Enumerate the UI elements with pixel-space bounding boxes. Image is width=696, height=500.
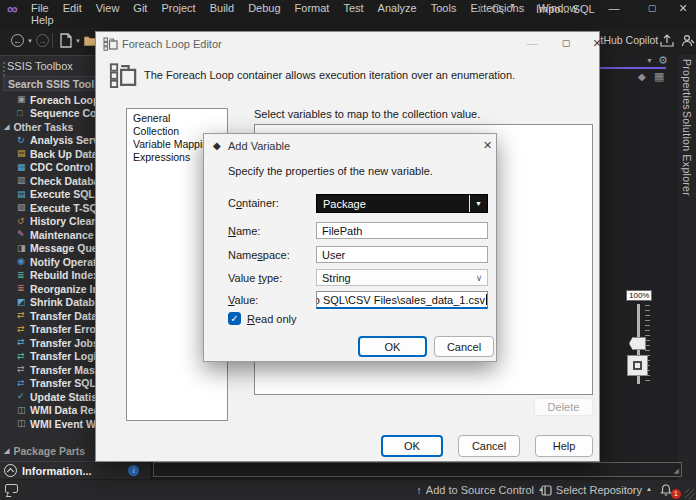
menu-item[interactable]: Project xyxy=(154,0,202,15)
new-item-icon[interactable] xyxy=(60,33,72,48)
variables-grid-icon[interactable]: ▦ xyxy=(654,70,664,83)
status-bar: ↑ Add to Source Control ▲ Select Reposit… xyxy=(0,480,696,500)
read-only-label: Read only xyxy=(247,313,297,325)
container-dropdown[interactable]: Package ▼ xyxy=(316,194,488,213)
addvar-ok-button[interactable]: OK xyxy=(358,336,427,357)
read-only-checkbox[interactable] xyxy=(228,312,241,325)
task-icon: ⇄ xyxy=(17,379,30,388)
task-icon: ↻ xyxy=(17,136,30,145)
value-type-dropdown[interactable]: String ∨ xyxy=(316,269,488,286)
name-field[interactable]: FilePath xyxy=(316,222,488,239)
dialog-close-button[interactable]: ✕ xyxy=(589,35,605,51)
zoom-percentage-label: 100% xyxy=(626,290,652,301)
task-icon: ▧ xyxy=(17,203,30,212)
fit-to-window-button[interactable] xyxy=(627,355,648,376)
dialog-title: Foreach Loop Editor xyxy=(122,38,222,50)
close-button[interactable]: ✕ xyxy=(672,0,694,17)
information-expander[interactable]: Information... i xyxy=(0,461,150,479)
dialog-description: The Foreach Loop container allows execut… xyxy=(144,69,515,81)
maximize-button[interactable]: ▢ xyxy=(641,0,663,17)
side-tab[interactable]: Solution Explorer xyxy=(681,111,693,196)
foreach-loop-large-icon xyxy=(109,62,137,89)
dialog-subtitle: Specify the properties of the new variab… xyxy=(228,165,433,177)
menu-item[interactable]: Git xyxy=(126,0,154,15)
dropdown-arrow-icon[interactable]: ▼ xyxy=(469,195,487,212)
toolbar-separator xyxy=(52,33,53,48)
value-field[interactable]: \Import CSV to SQL\CSV Files\sales_data_… xyxy=(316,291,488,309)
connection-tray[interactable]: ◢ xyxy=(153,462,682,477)
task-icon: ✎ xyxy=(17,230,30,239)
task-icon: ⇄ xyxy=(17,352,30,361)
variable-mapping-label: Select variables to map to the collectio… xyxy=(254,108,480,120)
search-icon[interactable] xyxy=(492,4,501,13)
title-bar: ∞ FileEditViewGitProjectBuildDebugFormat… xyxy=(0,0,696,28)
container-label: Container: xyxy=(228,197,279,209)
task-icon: ⇄ xyxy=(17,311,30,320)
variable-icon: ◆ xyxy=(213,140,221,151)
addvar-cancel-button[interactable]: Cancel xyxy=(434,336,494,357)
up-arrow-icon: ↑ xyxy=(416,484,422,496)
search-chevron-down-icon[interactable]: ▼ xyxy=(509,2,516,9)
task-icon: ◩ xyxy=(17,298,30,307)
minimize-button[interactable]: — xyxy=(603,0,625,17)
window-resize-grip[interactable] xyxy=(685,489,695,499)
task-icon: ⇄ xyxy=(17,365,30,374)
chevron-up-circle-icon xyxy=(4,464,17,477)
right-tab-strip: PropertiesSolution Explorer xyxy=(678,55,696,480)
menu-separator xyxy=(480,3,481,14)
task-icon: ▤ xyxy=(17,190,30,199)
fit-icon xyxy=(633,361,642,370)
toolbar-drag-handle[interactable] xyxy=(3,62,5,76)
side-tab[interactable]: Properties xyxy=(681,59,693,110)
foreach-cancel-button[interactable]: Cancel xyxy=(458,435,520,457)
task-icon: ⇄ xyxy=(17,325,30,334)
panel-chevron-down-icon[interactable]: ▼ xyxy=(646,57,653,64)
namespace-field[interactable]: User xyxy=(316,246,488,263)
notification-count-badge[interactable]: 1 xyxy=(671,489,681,499)
window-title: Impo... SQL xyxy=(536,3,595,15)
namespace-label: Namespace: xyxy=(228,249,290,261)
select-repository-button[interactable]: Select Repository ▲ xyxy=(541,480,652,500)
menu-item[interactable]: Test xyxy=(336,0,370,15)
dialog-minimize-button: — xyxy=(524,35,540,51)
menu-item[interactable]: Tools xyxy=(424,0,464,15)
package-icon[interactable]: ◆ xyxy=(638,71,646,82)
feedback-icon[interactable] xyxy=(5,484,18,493)
menu-item[interactable]: View xyxy=(89,0,127,15)
menu-item[interactable]: Debug xyxy=(241,0,287,15)
chevron-down-icon[interactable]: ∨ xyxy=(471,273,487,283)
delete-button: Delete xyxy=(534,398,593,416)
menu-item[interactable]: Format xyxy=(288,0,337,15)
tray-resize-grip-icon[interactable]: ◢ xyxy=(674,467,679,475)
add-to-source-control-button[interactable]: ↑ Add to Source Control ▲ xyxy=(416,480,544,500)
copilot-user-icon[interactable] xyxy=(681,34,695,47)
navigate-back-icon[interactable]: ← xyxy=(11,34,24,47)
navigate-back-chevron-icon[interactable]: ▼ xyxy=(27,38,33,44)
gear-icon[interactable]: ⚙ xyxy=(658,54,668,67)
dialog-maximize-button[interactable]: ▢ xyxy=(558,35,574,51)
menu-item[interactable]: File xyxy=(24,0,56,15)
info-icon: i xyxy=(128,465,139,476)
menu-item-help[interactable]: Help xyxy=(24,14,61,26)
navigate-forward-icon[interactable]: → xyxy=(36,34,49,47)
task-icon: ▤ xyxy=(17,149,30,158)
menu-item[interactable]: Build xyxy=(203,0,241,15)
vs-window: ∞ FileEditViewGitProjectBuildDebugFormat… xyxy=(0,0,696,500)
menu-item[interactable]: Edit xyxy=(56,0,89,15)
add-variable-dialog: ◆ Add Variable ✕ Specify the properties … xyxy=(203,133,497,362)
task-icon: ◫ xyxy=(17,406,30,415)
dialog-close-button[interactable]: ✕ xyxy=(480,138,495,153)
task-icon: ▣ xyxy=(17,95,30,104)
dialog-nav-item[interactable]: General xyxy=(127,112,227,125)
visual-studio-logo-icon: ∞ xyxy=(7,0,18,17)
menu-item[interactable]: Analyze xyxy=(371,0,424,15)
task-icon: ▦ xyxy=(17,163,30,172)
share-session-icon[interactable] xyxy=(660,34,674,47)
task-icon: ↺ xyxy=(17,217,30,226)
task-icon: ≣ xyxy=(17,271,30,280)
text-cursor xyxy=(486,294,487,305)
value-label: Value: xyxy=(228,294,258,306)
new-item-chevron-icon[interactable]: ▼ xyxy=(75,38,81,44)
foreach-help-button[interactable]: Help xyxy=(535,435,593,457)
foreach-ok-button[interactable]: OK xyxy=(381,435,443,457)
